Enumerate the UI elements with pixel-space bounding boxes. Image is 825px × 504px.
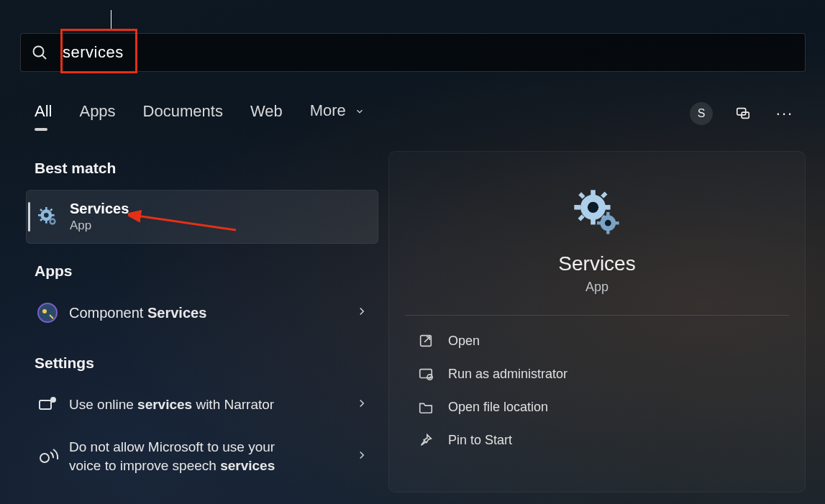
result-label: Component Services — [69, 305, 206, 321]
tab-all-underline — [35, 128, 47, 131]
svg-rect-13 — [50, 208, 53, 211]
svg-rect-34 — [606, 212, 609, 216]
annotation-highlight-box — [60, 29, 137, 73]
svg-point-18 — [42, 309, 47, 313]
svg-line-1 — [42, 55, 46, 59]
chevron-down-icon — [355, 102, 365, 121]
folder-icon — [418, 399, 434, 415]
svg-rect-28 — [578, 192, 585, 198]
narrator-icon — [36, 393, 59, 416]
section-apps: Apps — [35, 262, 378, 280]
tab-documents[interactable]: Documents — [143, 102, 223, 121]
svg-point-21 — [40, 454, 49, 462]
text-caret — [111, 10, 111, 29]
svg-rect-30 — [601, 192, 607, 198]
action-run-admin[interactable]: Run as administrator — [389, 357, 805, 390]
divider — [405, 315, 789, 316]
tab-all[interactable]: All — [35, 102, 52, 121]
tab-more[interactable]: More — [310, 101, 365, 121]
action-open[interactable]: Open — [389, 324, 805, 357]
svg-rect-39 — [420, 370, 432, 378]
result-narrator-services[interactable]: Use online services with Narrator — [26, 385, 378, 425]
svg-rect-24 — [591, 190, 596, 196]
chevron-right-icon[interactable] — [355, 449, 368, 464]
speech-icon — [36, 445, 59, 468]
svg-rect-37 — [615, 221, 619, 224]
open-icon — [418, 333, 434, 349]
chevron-right-icon[interactable] — [355, 397, 368, 413]
svg-point-23 — [588, 202, 598, 213]
gear-icon — [37, 206, 60, 229]
svg-point-0 — [34, 47, 44, 57]
section-best-match: Best match — [35, 160, 378, 177]
svg-point-20 — [51, 398, 55, 402]
details-title: Services — [389, 252, 805, 275]
action-label: Open — [448, 334, 480, 349]
tab-more-label: More — [310, 101, 346, 119]
svg-rect-10 — [52, 214, 55, 216]
action-label: Run as administrator — [448, 367, 568, 382]
svg-rect-9 — [38, 214, 41, 216]
chat-icon[interactable] — [731, 102, 755, 125]
details-pane: Services App Open Run as administrator O… — [388, 151, 806, 492]
svg-point-6 — [44, 213, 49, 218]
pin-icon — [418, 432, 434, 448]
search-input[interactable] — [63, 43, 805, 62]
svg-rect-36 — [597, 221, 601, 224]
svg-line-2 — [137, 216, 236, 230]
svg-point-16 — [51, 220, 54, 223]
svg-rect-7 — [45, 207, 47, 210]
annotation-arrow — [128, 209, 243, 237]
svg-rect-35 — [606, 230, 609, 234]
section-settings: Settings — [35, 354, 378, 372]
action-pin-start[interactable]: Pin to Start — [389, 423, 805, 457]
svg-point-33 — [605, 220, 611, 226]
tab-web[interactable]: Web — [250, 102, 283, 121]
action-label: Pin to Start — [448, 433, 512, 448]
tab-apps[interactable]: Apps — [79, 102, 115, 121]
search-icon — [31, 44, 48, 61]
svg-point-17 — [38, 303, 57, 322]
component-services-icon — [36, 301, 59, 324]
svg-rect-26 — [574, 205, 580, 210]
result-label: Use online services with Narrator — [69, 395, 274, 414]
svg-rect-25 — [591, 219, 596, 225]
services-gear-icon — [572, 188, 622, 238]
action-open-location[interactable]: Open file location — [389, 390, 805, 423]
chevron-right-icon[interactable] — [355, 305, 368, 321]
more-options-icon[interactable]: ··· — [773, 102, 796, 125]
filter-tabs: All Apps Documents Web More — [35, 101, 365, 121]
result-component-services[interactable]: Component Services — [26, 293, 378, 333]
result-speech-services[interactable]: Do not allow Microsoft to use your voice… — [26, 429, 378, 483]
best-match-title: Services — [70, 201, 129, 217]
best-match-subtitle: App — [70, 219, 129, 233]
result-label: Do not allow Microsoft to use your voice… — [69, 438, 275, 475]
admin-icon — [418, 366, 434, 382]
action-label: Open file location — [448, 400, 548, 415]
svg-rect-19 — [40, 400, 51, 409]
svg-rect-8 — [45, 220, 47, 223]
search-bar[interactable] — [20, 33, 806, 72]
details-subtitle: App — [389, 280, 805, 295]
svg-rect-27 — [604, 205, 611, 210]
user-avatar[interactable]: S — [690, 102, 713, 125]
